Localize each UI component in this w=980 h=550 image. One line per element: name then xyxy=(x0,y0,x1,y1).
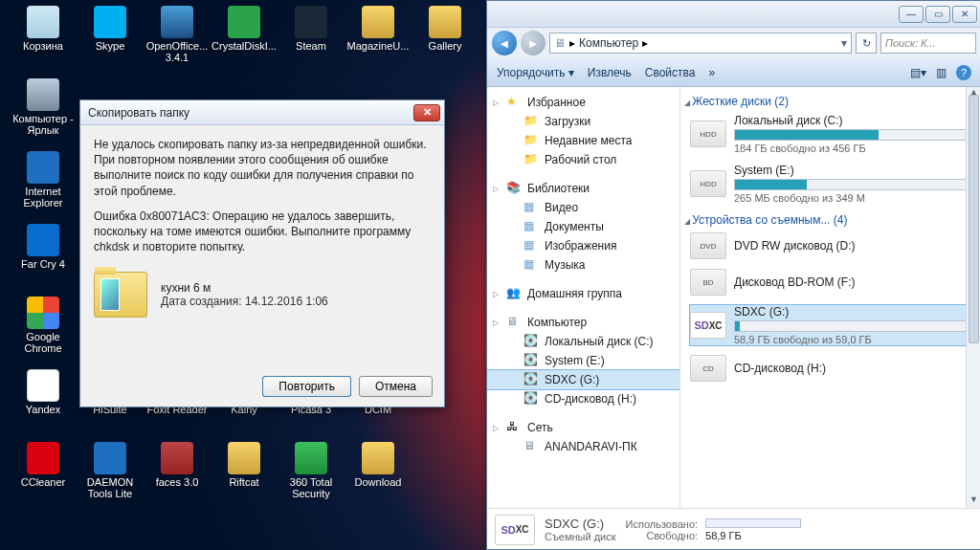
nav-item[interactable]: 📁Загрузки xyxy=(487,112,679,131)
desktop-icon-magazine[interactable]: MagazineU... xyxy=(345,6,412,75)
dialog-titlebar[interactable]: Скопировать папку ✕ xyxy=(80,100,444,125)
extract-button[interactable]: Извлечь xyxy=(588,66,632,79)
drive-item[interactable]: DVDDVD RW дисковод (D:) xyxy=(690,232,975,259)
details-subtitle: Съемный диск xyxy=(545,531,616,542)
nav-item[interactable]: ▦Документы xyxy=(487,217,679,236)
close-button[interactable]: ✕ xyxy=(952,6,977,23)
properties-button[interactable]: Свойства xyxy=(645,66,696,79)
explorer-content: Жесткие диски (2) HDD Локальный диск (C:… xyxy=(680,87,980,508)
minimize-button[interactable]: — xyxy=(899,6,924,23)
folder-icon xyxy=(94,272,147,318)
explorer-address-row: ◄ ► 🖥 ▸ Компьютер ▸ ▾ ↻ Поиск: К... xyxy=(487,28,980,58)
nav-head[interactable]: 🖥Компьютер xyxy=(487,313,679,332)
maximize-button[interactable]: ▭ xyxy=(925,6,950,23)
explorer-navpane: ★Избранное📁Загрузки📁Недавние места📁Рабоч… xyxy=(487,87,680,508)
toolbar-overflow[interactable]: » xyxy=(708,66,715,79)
organize-menu[interactable]: Упорядочить ▾ xyxy=(497,66,574,79)
nav-head[interactable]: 📚Библиотеки xyxy=(487,179,679,198)
desktop-icon-recycle-bin[interactable]: Корзина xyxy=(10,6,77,75)
back-button[interactable]: ◄ xyxy=(492,31,517,55)
nav-item[interactable]: 💽CD-дисковод (H:) xyxy=(487,389,679,408)
desktop-icon-computer-shortcut[interactable]: Компьютер - Ярлык xyxy=(10,78,77,147)
desktop-icon-360ts[interactable]: 360 Total Security xyxy=(278,442,345,511)
forward-button[interactable]: ► xyxy=(521,31,546,55)
details-title: SDXC (G:) xyxy=(545,517,616,531)
drive-item[interactable]: SDXCSDXC (G:) 58,9 ГБ свободно из 59,0 Г… xyxy=(690,305,975,345)
computer-icon: 🖥 xyxy=(554,36,566,50)
drive-item[interactable]: BDДисковод BD-ROM (F:) xyxy=(690,269,975,296)
explorer-toolbar: Упорядочить ▾ Извлечь Свойства » ▤▾ ▥ ? xyxy=(487,58,980,87)
retry-button[interactable]: Повторить xyxy=(262,376,351,397)
nav-head[interactable]: 🖧Сеть xyxy=(487,418,679,437)
preview-pane-button[interactable]: ▥ xyxy=(936,66,947,79)
desktop-icon-farcry4[interactable]: Far Cry 4 xyxy=(10,224,77,293)
folder-date: Дата создания: 14.12.2016 1:06 xyxy=(161,295,328,308)
desktop-icon-skype[interactable]: Skype xyxy=(77,6,144,75)
copy-folder-dialog: Скопировать папку ✕ Не удалось скопирова… xyxy=(79,99,445,407)
nav-item[interactable]: 📁Недавние места xyxy=(487,131,679,150)
explorer-window: — ▭ ✕ ◄ ► 🖥 ▸ Компьютер ▸ ▾ ↻ Поиск: К..… xyxy=(486,0,980,550)
content-scrollbar[interactable]: ▲▼ xyxy=(966,87,980,508)
search-input[interactable]: Поиск: К... xyxy=(880,33,976,54)
desktop-icon-steam[interactable]: Steam xyxy=(278,6,345,75)
sdxc-icon: SDXC xyxy=(495,515,535,545)
nav-item[interactable]: ▦Музыка xyxy=(487,255,679,275)
explorer-details-pane: SDXC SDXC (G:) Съемный диск Использовано… xyxy=(487,508,980,550)
nav-item[interactable]: 💽SDXC (G:) xyxy=(487,370,679,389)
nav-item[interactable]: 💽Локальный диск (C:) xyxy=(487,332,679,351)
desktop-icon-download[interactable]: Download xyxy=(345,442,412,511)
nav-item[interactable]: 🖥ANANDARAVI-ПК xyxy=(487,437,679,456)
dialog-message-2: Ошибка 0x80071AC3: Операцию не удалось з… xyxy=(94,209,431,255)
explorer-titlebar[interactable]: — ▭ ✕ xyxy=(487,1,980,28)
category-removable[interactable]: Устройства со съемным... (4) xyxy=(684,213,975,227)
desktop-icon-crystaldisk[interactable]: CrystalDiskI... xyxy=(211,6,278,75)
nav-item[interactable]: 📁Рабочий стол xyxy=(487,150,679,169)
desktop-icon-gallery[interactable]: Gallery xyxy=(412,6,479,75)
nav-head[interactable]: ★Избранное xyxy=(487,93,679,112)
desktop-icon-faces[interactable]: faces 3.0 xyxy=(144,442,211,511)
help-button[interactable]: ? xyxy=(956,65,971,80)
category-hard-drives[interactable]: Жесткие диски (2) xyxy=(684,95,975,108)
drive-item[interactable]: CDCD-дисковод (H:) xyxy=(690,355,975,382)
nav-item[interactable]: ▦Изображения xyxy=(487,236,679,255)
free-value: 58,9 ГБ xyxy=(705,530,801,541)
desktop-icon-openoffice[interactable]: OpenOffice... 3.4.1 xyxy=(144,6,211,75)
desktop-icon-daemon[interactable]: DAEMON Tools Lite xyxy=(77,442,144,511)
address-dropdown-icon[interactable]: ▾ xyxy=(841,36,847,50)
folder-name: кухни 6 м xyxy=(161,281,328,295)
breadcrumb-chevron: ▸ xyxy=(569,36,575,50)
desktop-icon-riftcat[interactable]: Riftcat xyxy=(211,442,278,511)
breadcrumb-location[interactable]: Компьютер xyxy=(579,36,638,50)
drive-item[interactable]: HDD System (E:) 265 МБ свободно из 349 М xyxy=(690,164,975,204)
desktop-icon-ccleaner[interactable]: CCleaner xyxy=(10,442,77,511)
nav-item[interactable]: 💽System (E:) xyxy=(487,351,679,370)
desktop-icon-chrome[interactable]: Google Chrome xyxy=(10,297,77,365)
cancel-button[interactable]: Отмена xyxy=(359,376,433,397)
dialog-close-button[interactable]: ✕ xyxy=(413,104,440,121)
nav-item[interactable]: ▦Видео xyxy=(487,198,679,217)
breadcrumb-chevron: ▸ xyxy=(642,36,648,50)
desktop-icon-ie[interactable]: Internet Explorer xyxy=(10,151,77,220)
free-label: Свободно: xyxy=(626,530,699,541)
dialog-message-1: Не удалось скопировать папку из-за непре… xyxy=(94,137,431,199)
dialog-title-text: Скопировать папку xyxy=(88,106,189,120)
refresh-button[interactable]: ↻ xyxy=(856,33,877,54)
address-bar[interactable]: 🖥 ▸ Компьютер ▸ ▾ xyxy=(549,33,852,54)
drive-item[interactable]: HDD Локальный диск (C:) 184 ГБ свободно … xyxy=(690,114,975,154)
nav-head[interactable]: 👥Домашняя группа xyxy=(487,284,679,303)
used-label: Использовано: xyxy=(626,518,699,530)
view-icons-button[interactable]: ▤▾ xyxy=(910,66,926,79)
desktop-icon-yandex[interactable]: Yandex xyxy=(10,369,77,438)
